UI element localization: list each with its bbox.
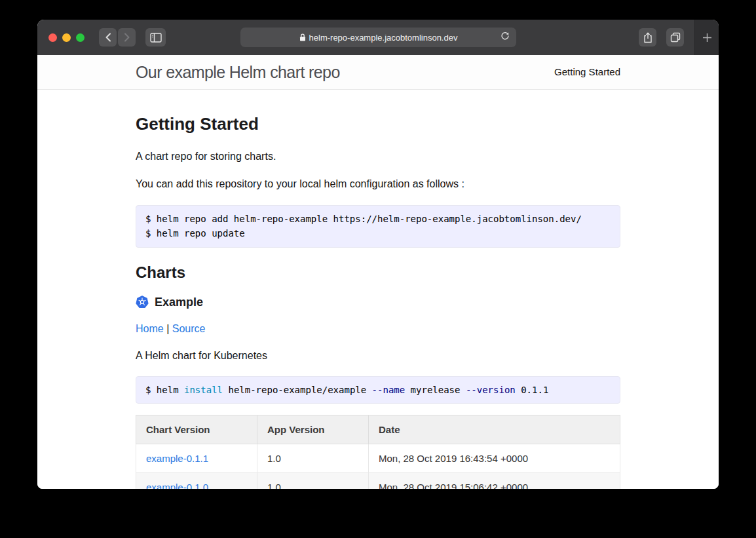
plus-icon xyxy=(702,33,712,43)
code-token: install xyxy=(184,385,223,395)
chart-version-cell: example-0.1.0 xyxy=(136,473,257,489)
table-header-row: Chart Version App Version Date xyxy=(136,415,620,444)
code-token: --version xyxy=(466,385,516,395)
browser-toolbar: helm-repo-example.jacobtomlinson.dev xyxy=(37,20,719,55)
chart-version-link[interactable]: example-0.1.1 xyxy=(146,453,208,464)
chart-name: Example xyxy=(155,296,203,309)
share-icon xyxy=(643,32,652,43)
chevron-right-icon xyxy=(124,33,130,42)
address-text: helm-repo-example.jacobtomlinson.dev xyxy=(309,33,458,43)
header-app-version: App Version xyxy=(257,415,369,444)
chart-description: A Helm chart for Kubernetes xyxy=(136,349,620,363)
chart-version-cell: example-0.1.1 xyxy=(136,444,257,473)
repo-add-code-block: $ helm repo add helm-repo-example https:… xyxy=(136,205,620,248)
sidebar-toggle-button[interactable] xyxy=(145,28,166,47)
close-window-button[interactable] xyxy=(48,33,57,42)
date-cell: Mon, 28 Oct 2019 15:06:42 +0000 xyxy=(369,473,620,489)
page-content: Getting Started A chart repo for storing… xyxy=(37,90,719,489)
chart-links: Home | Source xyxy=(136,323,620,335)
source-link[interactable]: Source xyxy=(172,323,206,334)
code-token: helm-repo-example/example xyxy=(223,385,372,395)
install-code-block: $ helm install helm-repo-example/example… xyxy=(136,376,620,404)
refresh-icon[interactable] xyxy=(500,31,510,41)
browser-window: helm-repo-example.jacobtomlinson.dev xyxy=(37,20,719,489)
table-row: example-0.1.01.0Mon, 28 Oct 2019 15:06:4… xyxy=(136,473,620,489)
chart-version-link[interactable]: example-0.1.0 xyxy=(146,482,208,489)
install-code: $ helm install helm-repo-example/example… xyxy=(145,385,548,395)
charts-heading: Charts xyxy=(136,263,620,282)
code-token: myrelease xyxy=(405,385,466,395)
minimize-window-button[interactable] xyxy=(62,33,71,42)
site-title-link[interactable]: Our example Helm chart repo xyxy=(136,63,340,82)
nav-link-getting-started[interactable]: Getting Started xyxy=(554,66,620,77)
link-separator: | xyxy=(166,323,169,334)
back-button[interactable] xyxy=(99,28,117,47)
repo-add-code: $ helm repo add helm-repo-example https:… xyxy=(145,214,582,239)
getting-started-heading: Getting Started xyxy=(136,114,620,134)
code-token: $ helm xyxy=(145,385,184,395)
chevron-left-icon xyxy=(105,33,111,42)
date-cell: Mon, 28 Oct 2019 16:43:54 +0000 xyxy=(369,444,620,473)
chart-title-row: Example xyxy=(136,296,620,309)
code-token: --name xyxy=(372,385,406,395)
home-link[interactable]: Home xyxy=(136,323,164,334)
table-row: example-0.1.11.0Mon, 28 Oct 2019 16:43:5… xyxy=(136,444,620,473)
versions-table: Chart Version App Version Date example-0… xyxy=(136,415,620,489)
address-bar[interactable]: helm-repo-example.jacobtomlinson.dev xyxy=(240,28,516,47)
history-nav xyxy=(99,28,136,47)
add-instruction-paragraph: You can add this repository to your loca… xyxy=(136,177,620,191)
header-chart-version: Chart Version xyxy=(136,415,257,444)
app-version-cell: 1.0 xyxy=(257,473,369,489)
app-version-cell: 1.0 xyxy=(257,444,369,473)
code-token: 0.1.1 xyxy=(516,385,549,395)
lock-icon xyxy=(299,33,306,41)
share-button[interactable] xyxy=(639,28,656,47)
forward-button[interactable] xyxy=(118,28,136,47)
intro-paragraph: A chart repo for storing charts. xyxy=(136,149,620,164)
show-all-tabs-button[interactable] xyxy=(666,28,684,47)
site-header: Our example Helm chart repo Getting Star… xyxy=(37,55,719,90)
header-date: Date xyxy=(369,415,620,444)
versions-table-body: example-0.1.11.0Mon, 28 Oct 2019 16:43:5… xyxy=(136,444,620,489)
toolbar-right-buttons xyxy=(639,28,684,47)
kubernetes-icon xyxy=(136,296,149,309)
window-controls xyxy=(37,33,85,42)
site-nav: Getting Started xyxy=(554,66,620,78)
new-tab-button[interactable] xyxy=(694,20,719,55)
sidebar-icon xyxy=(150,33,162,43)
zoom-window-button[interactable] xyxy=(76,33,85,42)
tabs-icon xyxy=(670,32,681,43)
